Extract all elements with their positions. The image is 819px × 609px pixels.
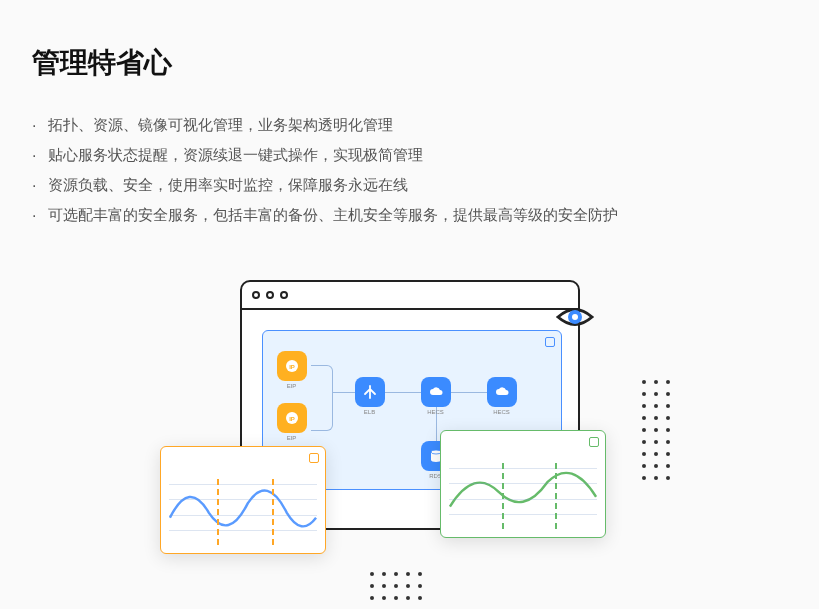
section-heading: 管理特省心	[32, 44, 787, 82]
window-control-icon	[266, 291, 274, 299]
balance-icon	[355, 377, 385, 407]
bullet-list: 拓扑、资源、镜像可视化管理，业务架构透明化管理 贴心服务状态提醒，资源续退一键式…	[32, 110, 787, 230]
ip-icon: IP	[277, 351, 307, 381]
node-label: EIP	[287, 383, 297, 389]
monitor-panel-green	[440, 430, 606, 538]
cloud-icon	[487, 377, 517, 407]
node-label: HECS	[493, 409, 510, 415]
bullet-item: 可选配丰富的安全服务，包括丰富的备份、主机安全等服务，提供最高等级的安全防护	[32, 200, 787, 230]
node-eip: IP EIP	[277, 403, 307, 441]
node-elb: ELB	[355, 377, 385, 415]
window-titlebar	[242, 282, 578, 310]
bullet-item: 拓扑、资源、镜像可视化管理，业务架构透明化管理	[32, 110, 787, 140]
node-label: ELB	[364, 409, 375, 415]
ip-icon: IP	[277, 403, 307, 433]
svg-text:IP: IP	[289, 416, 295, 422]
node-hecs: HECS	[487, 377, 517, 415]
cloud-icon	[421, 377, 451, 407]
window-control-icon	[280, 291, 288, 299]
dots-decoration	[642, 380, 670, 480]
svg-text:IP: IP	[289, 364, 295, 370]
feature-illustration: IP EIP IP EIP ELB HECS	[180, 280, 640, 590]
monitor-panel-orange	[160, 446, 326, 554]
bullet-item: 贴心服务状态提醒，资源续退一键式操作，实现极简管理	[32, 140, 787, 170]
dots-decoration	[370, 572, 422, 600]
svg-point-1	[572, 314, 578, 320]
node-label: EIP	[287, 435, 297, 441]
node-hecs: HECS	[421, 377, 451, 415]
bullet-item: 资源负载、安全，使用率实时监控，保障服务永远在线	[32, 170, 787, 200]
node-label: HECS	[427, 409, 444, 415]
window-control-icon	[252, 291, 260, 299]
node-eip: IP EIP	[277, 351, 307, 389]
